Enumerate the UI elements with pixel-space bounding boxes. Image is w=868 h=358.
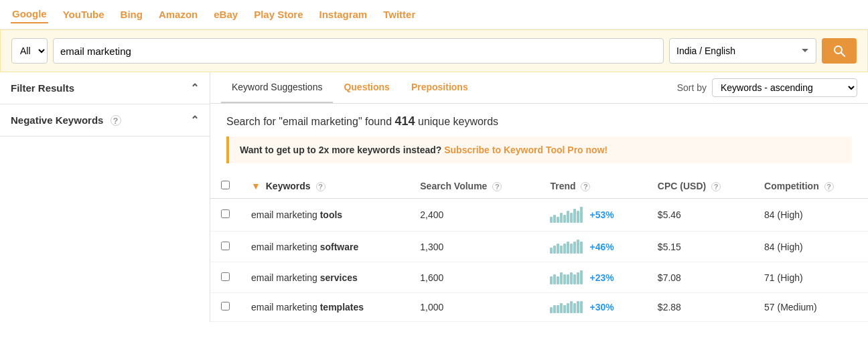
keyword-cell: email marketing software xyxy=(240,232,409,262)
keyword-cell: email marketing services xyxy=(240,262,409,293)
cpc-cell: $5.46 xyxy=(647,199,753,232)
th-cpc-label: CPC (USD) xyxy=(658,181,706,191)
keywords-help-icon[interactable]: ? xyxy=(316,182,326,191)
top-nav: GoogleYouTubeBingAmazoneBayPlay StoreIns… xyxy=(0,0,868,29)
results-count: 414 xyxy=(394,114,415,128)
th-trend-label: Trend xyxy=(550,181,575,191)
negative-keywords-header[interactable]: Negative Keywords ? ⌃ xyxy=(0,104,210,136)
table-row: email marketing services1,600+23%$7.0871… xyxy=(210,262,868,293)
select-all-checkbox[interactable] xyxy=(221,181,230,189)
trend-bar-chart xyxy=(550,240,583,254)
filter-results-chevron: ⌃ xyxy=(190,82,199,94)
tabs-bar: Keyword Suggestions Questions Prepositio… xyxy=(210,72,868,104)
cpc-cell: $7.08 xyxy=(647,262,753,293)
negative-keywords-section: Negative Keywords ? ⌃ xyxy=(0,104,210,137)
promo-banner: Want to get up to 2x more keywords inste… xyxy=(226,137,852,163)
filter-results-header[interactable]: Filter Results ⌃ xyxy=(0,72,210,104)
negative-keywords-label: Negative Keywords ? xyxy=(11,114,121,126)
competition-cell: 84 (High) xyxy=(753,232,868,262)
keyword-suffix: tools xyxy=(320,209,342,220)
competition-cell: 71 (High) xyxy=(753,262,868,293)
tab-questions[interactable]: Questions xyxy=(333,72,400,103)
keyword-prefix: email marketing xyxy=(251,242,320,252)
cpc-cell: $2.88 xyxy=(647,293,753,322)
th-select-all xyxy=(210,174,240,199)
competition-help-icon[interactable]: ? xyxy=(824,182,834,191)
search-area: All India / English xyxy=(0,29,868,72)
row-checkbox-3[interactable] xyxy=(221,302,230,310)
svg-line-1 xyxy=(841,53,845,57)
competition-cell: 84 (High) xyxy=(753,199,868,232)
tab-prepositions[interactable]: Prepositions xyxy=(401,72,479,103)
tab-keyword-suggestions[interactable]: Keyword Suggestions xyxy=(221,72,333,103)
nav-item-twitter[interactable]: Twitter xyxy=(382,6,417,23)
th-search-volume[interactable]: Search Volume ? xyxy=(409,174,539,199)
th-keywords[interactable]: ▼ Keywords ? xyxy=(240,174,409,199)
content-area: Keyword Suggestions Questions Prepositio… xyxy=(210,72,868,322)
trend-percentage: +53% xyxy=(589,209,613,220)
search-volume-cell: 1,000 xyxy=(409,293,539,322)
search-volume-cell: 1,600 xyxy=(409,262,539,293)
row-checkbox-1[interactable] xyxy=(221,242,230,250)
row-checkbox-0[interactable] xyxy=(221,209,230,218)
keyword-prefix: email marketing xyxy=(251,209,320,220)
trend-percentage: +23% xyxy=(589,272,613,283)
sort-select[interactable]: Keywords - ascending Keywords - descendi… xyxy=(712,78,857,97)
promo-text: Want to get up to 2x more keywords inste… xyxy=(240,145,441,155)
nav-item-youtube[interactable]: YouTube xyxy=(62,6,106,23)
results-query: email marketing xyxy=(283,116,358,127)
trend-cell: +53% xyxy=(539,199,646,232)
nav-item-google[interactable]: Google xyxy=(11,5,48,23)
cpc-cell: $5.15 xyxy=(647,232,753,262)
keyword-suffix: services xyxy=(320,272,358,283)
competition-cell: 57 (Medium) xyxy=(753,293,868,322)
main-layout: Filter Results ⌃ Negative Keywords ? ⌃ K… xyxy=(0,72,868,322)
location-select[interactable]: India / English xyxy=(669,38,816,64)
negative-keywords-chevron: ⌃ xyxy=(190,114,199,126)
trend-percentage: +30% xyxy=(589,302,613,312)
keyword-suffix: software xyxy=(320,242,359,252)
th-keywords-label: Keywords xyxy=(266,181,311,191)
keyword-cell: email marketing tools xyxy=(240,199,409,232)
table-row: email marketing software1,300+46%$5.1584… xyxy=(210,232,868,262)
sort-arrow-icon: ▼ xyxy=(251,181,261,191)
trend-bar-chart xyxy=(550,270,583,284)
th-competition[interactable]: Competition ? xyxy=(753,174,868,199)
trend-bar-chart xyxy=(550,301,583,313)
th-competition-label: Competition xyxy=(764,181,819,191)
search-button[interactable] xyxy=(822,38,857,64)
search-type-select[interactable]: All xyxy=(11,38,48,64)
nav-item-instagram[interactable]: Instagram xyxy=(318,6,369,23)
nav-item-amazon[interactable]: Amazon xyxy=(157,6,199,23)
search-volume-help-icon[interactable]: ? xyxy=(492,182,502,191)
th-trend[interactable]: Trend ? xyxy=(539,174,646,199)
table-row: email marketing tools2,400+53%$5.4684 (H… xyxy=(210,199,868,232)
trend-percentage: +46% xyxy=(589,242,613,252)
th-search-volume-label: Search Volume xyxy=(420,181,487,191)
sort-area: Sort by Keywords - ascending Keywords - … xyxy=(677,78,857,97)
cpc-help-icon[interactable]: ? xyxy=(711,182,721,191)
keyword-prefix: email marketing xyxy=(251,302,320,312)
sort-by-label: Sort by xyxy=(677,82,707,93)
nav-item-play-store[interactable]: Play Store xyxy=(252,6,304,23)
results-header: Search for "email marketing" found 414 u… xyxy=(210,104,868,137)
row-checkbox-2[interactable] xyxy=(221,272,230,281)
keyword-prefix: email marketing xyxy=(251,272,320,283)
table-row: email marketing templates1,000+30%$2.885… xyxy=(210,293,868,322)
results-count-label: unique keywords xyxy=(418,116,498,127)
search-input[interactable] xyxy=(53,38,664,64)
th-cpc[interactable]: CPC (USD) ? xyxy=(647,174,753,199)
trend-cell: +46% xyxy=(539,232,646,262)
nav-item-ebay[interactable]: eBay xyxy=(212,6,239,23)
sidebar: Filter Results ⌃ Negative Keywords ? ⌃ xyxy=(0,72,210,322)
filter-results-section: Filter Results ⌃ xyxy=(0,72,210,104)
trend-help-icon[interactable]: ? xyxy=(581,182,590,191)
nav-item-bing[interactable]: Bing xyxy=(119,6,144,23)
search-volume-cell: 2,400 xyxy=(409,199,539,232)
trend-cell: +30% xyxy=(539,293,646,322)
trend-cell: +23% xyxy=(539,262,646,293)
filter-results-label: Filter Results xyxy=(11,82,74,94)
keywords-table: ▼ Keywords ? Search Volume ? Trend ? CPC… xyxy=(210,174,868,322)
negative-keywords-help-icon[interactable]: ? xyxy=(111,115,121,126)
subscribe-link[interactable]: Subscribe to Keyword Tool Pro now! xyxy=(444,145,607,155)
